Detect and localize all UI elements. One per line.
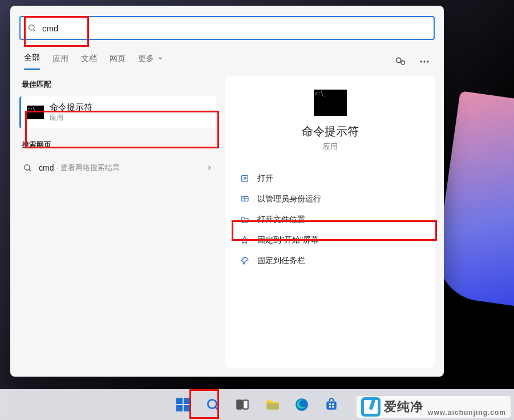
watermark-domain: www.aichunjing.com	[428, 409, 506, 417]
microsoft-store-button[interactable]	[319, 393, 343, 417]
action-run-as-admin-label: 以管理员身份运行	[257, 194, 321, 204]
pin-icon	[240, 236, 249, 245]
chevron-down-icon	[157, 55, 163, 61]
svg-rect-15	[243, 400, 248, 409]
watermark: 爱纯净 www.aichunjing.com	[357, 396, 511, 418]
svg-line-8	[29, 169, 31, 171]
web-search-tail: - 查看网络搜索结果	[56, 163, 120, 173]
tab-more-label: 更多	[138, 54, 154, 63]
svg-point-5	[423, 60, 425, 62]
svg-point-3	[401, 60, 405, 64]
more-options-icon[interactable]	[419, 56, 430, 67]
svg-rect-18	[329, 403, 330, 405]
task-view-button[interactable]	[230, 393, 254, 417]
tab-more[interactable]: 更多	[138, 54, 163, 70]
feedback-icon[interactable]	[395, 56, 406, 67]
svg-rect-21	[332, 406, 334, 407]
action-pin-to-taskbar-label: 固定到任务栏	[257, 256, 305, 266]
edge-icon	[294, 397, 309, 412]
action-open-file-location-label: 打开文件位置	[257, 215, 305, 225]
best-match-title: 命令提示符	[50, 102, 92, 113]
action-run-as-admin[interactable]: 以管理员身份运行	[237, 189, 423, 209]
svg-point-7	[25, 165, 30, 170]
desktop-wallpaper-accent	[432, 91, 514, 309]
svg-rect-20	[329, 406, 330, 407]
web-search-query: cmd	[39, 163, 54, 172]
search-icon	[23, 163, 32, 172]
svg-rect-19	[332, 403, 334, 405]
start-button[interactable]	[171, 393, 195, 417]
tab-apps[interactable]: 应用	[52, 54, 68, 70]
action-pin-to-taskbar[interactable]: 固定到任务栏	[237, 251, 423, 270]
action-open[interactable]: 打开	[237, 169, 423, 188]
cmd-icon-large	[314, 90, 347, 116]
search-filter-tabs: 全部 应用 文档 网页 更多	[10, 45, 444, 76]
folder-icon	[265, 397, 280, 412]
edge-browser-button[interactable]	[290, 393, 314, 417]
shield-admin-icon	[240, 195, 249, 204]
svg-rect-14	[237, 400, 242, 409]
searchbar[interactable]	[19, 16, 435, 40]
windows-logo-icon	[176, 398, 190, 411]
preview-title: 命令提示符	[302, 124, 359, 139]
svg-line-13	[215, 407, 218, 410]
chevron-right-icon	[206, 164, 213, 171]
svg-point-4	[420, 60, 422, 62]
searchbar-container	[10, 6, 444, 45]
results-column: 最佳匹配 命令提示符 应用 搜索网页 cmd - 查看网络搜索结果	[19, 76, 216, 368]
tab-web[interactable]: 网页	[110, 54, 126, 70]
svg-rect-17	[326, 402, 336, 410]
action-open-file-location[interactable]: 打开文件位置	[237, 210, 423, 229]
svg-point-12	[208, 399, 216, 408]
store-icon	[324, 397, 339, 412]
best-match-heading: 最佳匹配	[22, 79, 214, 90]
open-icon	[240, 174, 249, 183]
action-open-label: 打开	[257, 173, 273, 184]
action-pin-to-start[interactable]: 固定到"开始"屏幕	[237, 231, 423, 250]
preview-subtitle: 应用	[323, 142, 338, 152]
tab-all[interactable]: 全部	[24, 52, 40, 70]
best-match-subtitle: 应用	[50, 113, 92, 123]
search-input[interactable]	[42, 23, 427, 33]
svg-point-0	[29, 25, 34, 30]
svg-point-2	[396, 58, 401, 62]
pin-icon	[240, 256, 249, 265]
file-explorer-button[interactable]	[260, 393, 284, 417]
watermark-text-cn: 爱纯净	[384, 398, 423, 415]
search-web-heading: 搜索网页	[22, 140, 214, 150]
folder-icon	[240, 215, 249, 224]
svg-line-1	[34, 30, 35, 31]
taskbar-search-button[interactable]	[201, 393, 225, 417]
search-icon	[205, 397, 220, 412]
svg-point-6	[427, 60, 428, 62]
search-icon	[27, 23, 37, 33]
web-search-result[interactable]: cmd - 查看网络搜索结果	[19, 157, 216, 179]
watermark-logo-icon	[361, 397, 381, 417]
cmd-icon	[27, 106, 44, 119]
best-match-result[interactable]: 命令提示符 应用	[19, 96, 216, 128]
tab-documents[interactable]: 文档	[81, 54, 97, 70]
action-pin-to-start-label: 固定到"开始"屏幕	[257, 235, 319, 245]
windows-search-panel: 全部 应用 文档 网页 更多 最佳匹配 命令提示符 应用 搜索网页	[10, 6, 444, 377]
task-view-icon	[235, 397, 250, 412]
preview-pane: 命令提示符 应用 打开 以管理员身份运行 打开文件位置 固定到"开始"屏幕	[225, 76, 435, 368]
